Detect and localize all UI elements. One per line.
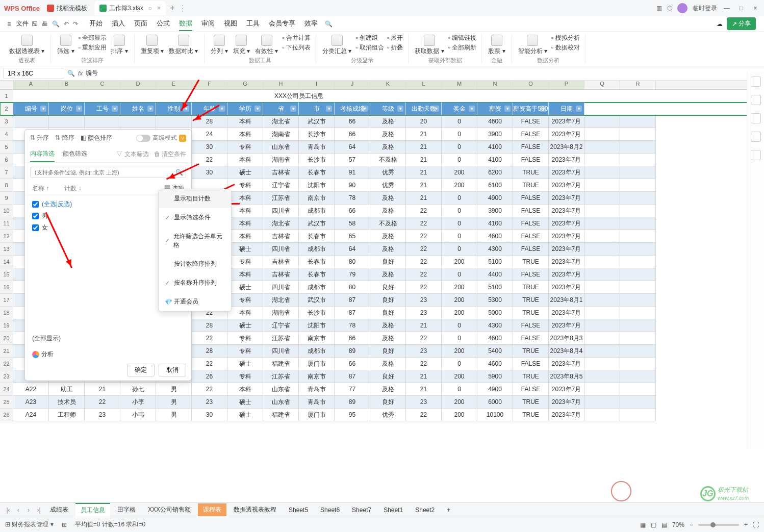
sheet-tab[interactable]: Sheet1 (378, 504, 408, 516)
fullscreen-icon[interactable]: ⛶ (753, 521, 759, 528)
row-number[interactable]: 4 (0, 128, 13, 141)
panel-icon[interactable] (751, 113, 761, 123)
zoom-icon[interactable]: 🔍 (67, 70, 75, 77)
row-number[interactable]: 21 (0, 345, 13, 358)
cell[interactable]: 日期 (549, 103, 584, 115)
cell[interactable]: FALSE (513, 154, 549, 166)
analyze-button[interactable]: 分析 (30, 348, 186, 361)
column-header[interactable]: H (263, 81, 299, 89)
cell[interactable]: 厦门市 (299, 409, 335, 421)
cell[interactable] (620, 217, 656, 230)
cell[interactable]: 青岛市 (299, 396, 335, 409)
cell[interactable] (620, 281, 656, 294)
main-tab[interactable]: 审阅 (201, 17, 215, 31)
cell[interactable]: 2023年7月30日 (549, 179, 584, 192)
cell[interactable]: 市 (299, 103, 335, 115)
grid-icon[interactable]: ⊞ (62, 521, 67, 528)
cell[interactable]: 江苏省 (263, 370, 299, 383)
cell[interactable]: 2023年8月1日 (549, 294, 584, 307)
column-header[interactable]: D (120, 81, 156, 89)
cell[interactable]: 30 (192, 141, 227, 154)
cell[interactable]: 4900 (477, 192, 513, 205)
cell[interactable]: 山东省 (263, 141, 299, 154)
cell[interactable]: 22 (406, 409, 442, 421)
tab-color-filter[interactable]: 颜色筛选 (63, 146, 87, 162)
checkbox[interactable] (32, 224, 39, 231)
cell[interactable]: 2023年7月16日 (549, 217, 584, 230)
cell[interactable] (584, 154, 620, 166)
cell[interactable] (584, 128, 620, 141)
cell[interactable]: 21 (406, 128, 442, 141)
sheet-tab[interactable]: Sheet6 (315, 504, 345, 516)
cell[interactable]: 及格 (370, 205, 406, 217)
cell[interactable] (584, 294, 620, 307)
cell[interactable]: 及格 (370, 268, 406, 281)
cell[interactable]: 87 (335, 294, 370, 307)
cell[interactable] (620, 307, 656, 319)
cell[interactable]: 及格 (370, 243, 406, 256)
panel-icon[interactable] (751, 95, 761, 105)
cell[interactable]: 21 (406, 141, 442, 154)
cell[interactable]: 湖北省 (263, 217, 299, 230)
cell[interactable]: FALSE (513, 243, 549, 256)
cell[interactable]: 福建省 (263, 358, 299, 370)
zoom-level[interactable]: 70% (672, 521, 684, 528)
cell[interactable]: 男 (156, 396, 192, 409)
cell[interactable]: 良好 (370, 307, 406, 319)
cell[interactable]: 南京市 (299, 332, 335, 345)
main-tab[interactable]: 工具 (246, 17, 260, 31)
status-left[interactable]: ⊞ 财务报表管理 ▾ (5, 520, 54, 529)
option-menu-item[interactable]: 显示项目计数 (159, 189, 231, 208)
row-number[interactable]: 25 (0, 396, 13, 409)
cell[interactable]: 不及格 (370, 154, 406, 166)
cell[interactable]: 及格 (370, 332, 406, 345)
column-header[interactable]: N (477, 81, 513, 89)
ribbon-subitem[interactable]: ▫ 展开 (387, 34, 403, 42)
cell[interactable]: 江苏省 (263, 192, 299, 205)
cell[interactable]: 200 (442, 166, 477, 179)
cell[interactable]: 22 (192, 358, 227, 370)
cell[interactable]: 10100 (477, 409, 513, 421)
filter-search-input[interactable] (30, 167, 186, 178)
cell[interactable]: FALSE (513, 319, 549, 332)
cell[interactable]: 孙七 (120, 383, 156, 396)
row-number[interactable]: 12 (0, 230, 13, 243)
tab-overflow-icon[interactable]: ⋮ (179, 4, 187, 13)
avatar[interactable] (677, 3, 687, 13)
cell[interactable]: 4300 (477, 319, 513, 332)
cell[interactable]: 66 (335, 332, 370, 345)
cell[interactable]: 4100 (477, 154, 513, 166)
sheet-tab[interactable]: Sheet7 (347, 504, 376, 516)
cell[interactable]: 专科 (227, 256, 263, 268)
panel-icon[interactable]: ▥ (656, 5, 662, 12)
cell[interactable]: 2023年7月25日 (549, 319, 584, 332)
sort-asc-button[interactable]: ⇅ 升序 (30, 134, 49, 142)
column-header[interactable]: K (370, 81, 406, 89)
cell[interactable]: 2023年7月20日 (549, 268, 584, 281)
ribbon-button[interactable]: 有效性 ▾ (254, 34, 279, 57)
cell[interactable]: TRUE (513, 281, 549, 294)
cell[interactable]: 岗位 (49, 103, 85, 115)
ribbon-subitem[interactable]: ▫ 模拟分析 (551, 34, 580, 42)
cell[interactable]: 22 (406, 230, 442, 243)
cell[interactable] (620, 179, 656, 192)
cell[interactable]: 2023年7月23日 (549, 243, 584, 256)
cell[interactable] (620, 128, 656, 141)
fx-icon[interactable]: fx (78, 70, 83, 77)
cell[interactable]: 及格 (370, 230, 406, 243)
cell[interactable]: 学历 (227, 103, 263, 115)
zoom-slider[interactable] (698, 524, 739, 526)
cell[interactable]: 0 (442, 268, 477, 281)
cell[interactable]: 专科 (227, 141, 263, 154)
cell[interactable]: 男 (156, 383, 192, 396)
sheet-nav-next[interactable]: › (24, 506, 33, 514)
cell[interactable]: 长春市 (299, 256, 335, 268)
cell[interactable] (584, 319, 620, 332)
cell[interactable]: FALSE (513, 358, 549, 370)
advanced-toggle[interactable] (136, 135, 150, 142)
cell[interactable]: FALSE (513, 383, 549, 396)
cell[interactable] (584, 115, 620, 128)
cell[interactable]: 77 (335, 383, 370, 396)
cell[interactable]: FALSE (513, 205, 549, 217)
cell[interactable]: 等级 (370, 103, 406, 115)
